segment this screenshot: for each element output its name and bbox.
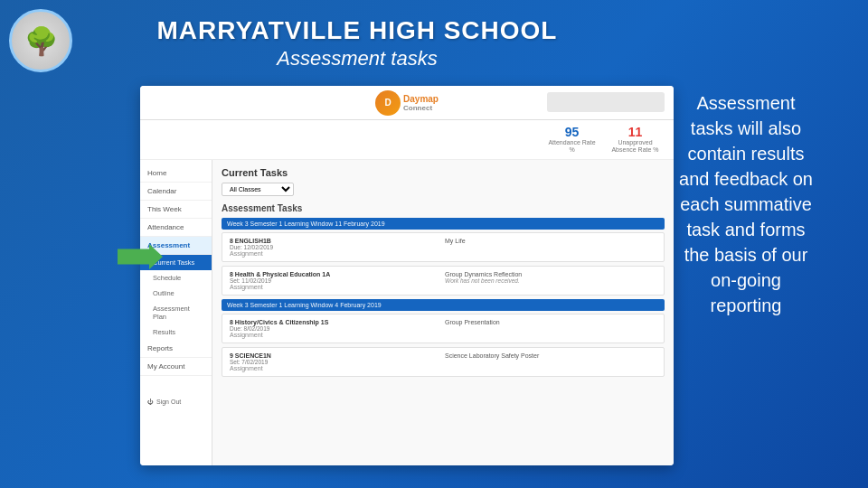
right-text-line8: on-going <box>711 270 781 290</box>
stat-attendance-label: Attendance Rate % <box>547 139 597 155</box>
sidebar-item-assessmentplan[interactable]: Assessment Plan <box>140 301 212 324</box>
logo-tree-icon: 🌳 <box>24 25 58 57</box>
stats-row: 95 Attendance Rate % 11 Unapproved Absen… <box>140 120 674 160</box>
task-feedback-2: Work has not been received. <box>445 277 656 284</box>
task-subject-1: 8 ENGLISH1B <box>230 238 441 244</box>
task-name-area-4: Science Laboratory Safety Poster <box>445 352 656 371</box>
right-text-line5: each summative <box>680 194 812 214</box>
sidebar-item-schedule[interactable]: Schedule <box>140 270 212 286</box>
right-text-line2: tasks will also <box>691 118 801 138</box>
task-name-3: Group Presentation <box>445 319 656 325</box>
daymap-logo-text: Daymap Connect <box>403 94 439 112</box>
screenshot-panel: D Daymap Connect 95 Attendance Rate % 11… <box>140 86 674 465</box>
header-title-area: MARRYATVILLE HIGH SCHOOL Assessment task… <box>90 16 624 70</box>
stat-attendance-value: 95 <box>547 125 597 139</box>
task-assignment-label-4: 9 SCIENCE1N Set: 7/02/2019 Assignment <box>230 352 441 371</box>
sidebar-item-thisweek[interactable]: This Week <box>140 201 212 219</box>
stat-attendance: 95 Attendance Rate % <box>547 125 597 155</box>
sidebar-item-attendance[interactable]: Attendance <box>140 219 212 237</box>
right-text-line4: and feedback on <box>679 169 813 189</box>
task-window-bar-1: Week 3 Semester 1 Learning Window 11 Feb… <box>222 218 665 230</box>
right-text-line1: Assessment <box>697 93 796 113</box>
task-assignment-type-4: Assignment <box>230 365 441 371</box>
task-name-2: Group Dynamics Reflection <box>445 271 656 277</box>
task-due-1: Due: 12/02/2019 <box>230 244 441 250</box>
right-text-line9: reporting <box>711 296 782 315</box>
right-panel-text: Assessment tasks will also contain resul… <box>642 90 850 318</box>
right-panel: Assessment tasks will also contain resul… <box>642 90 850 318</box>
task-due-3: Due: 8/02/2019 <box>230 325 441 332</box>
task-assignment-type-3: Assignment <box>230 332 441 338</box>
sidebar-item-reports[interactable]: Reports <box>140 340 212 358</box>
task-window-bar-2: Week 3 Semester 1 Learning Window 4 Febr… <box>222 299 665 311</box>
section-title: Assessment Tasks <box>222 203 665 213</box>
task-due-4: Set: 7/02/2019 <box>230 359 441 365</box>
task-assignment-label-1: 8 ENGLISH1B Due: 12/02/2019 Assignment <box>230 238 441 257</box>
sidebar-item-outline[interactable]: Outline <box>140 286 212 301</box>
task-due-2: Set: 11/02/2019 <box>230 277 441 284</box>
school-logo: 🌳 <box>9 9 72 72</box>
sign-out-button[interactable]: ⏻ Sign Out <box>140 394 212 409</box>
task-assignment-type-2: Assignment <box>230 284 441 290</box>
filter-row: All Classes <box>222 183 665 196</box>
sign-out-label: Sign Out <box>156 399 181 405</box>
sign-out-icon: ⏻ <box>147 399 154 405</box>
task-name-1: My Life <box>445 238 656 244</box>
right-text-line7: the basis of our <box>684 245 808 265</box>
task-assignment-label-3: 8 History/Civics & Citizenship 1S Due: 8… <box>230 319 441 338</box>
sidebar: Home Calendar This Week Attendance Asses… <box>140 160 212 465</box>
daymap-header: D Daymap Connect <box>140 86 674 120</box>
table-row: 9 SCIENCE1N Set: 7/02/2019 Assignment Sc… <box>222 347 665 377</box>
task-name-area-1: My Life <box>445 238 656 257</box>
content-title: Current Tasks <box>222 167 665 178</box>
sidebar-item-myaccount[interactable]: My Account <box>140 358 212 376</box>
right-text-line3: contain results <box>688 144 805 164</box>
task-subject-2: 8 Health & Physical Education 1A <box>230 271 441 277</box>
task-subject-4: 9 SCIENCE1N <box>230 352 441 359</box>
task-assignment-label-2: 8 Health & Physical Education 1A Set: 11… <box>230 271 441 290</box>
sidebar-item-results[interactable]: Results <box>140 324 212 340</box>
sidebar-item-calendar[interactable]: Calendar <box>140 183 212 201</box>
content-area: Current Tasks All Classes Assessment Tas… <box>212 160 674 465</box>
main-content: Home Calendar This Week Attendance Asses… <box>140 160 674 465</box>
task-assignment-type-1: Assignment <box>230 250 441 257</box>
right-text-line6: task and forms <box>686 220 805 239</box>
table-row: 8 ENGLISH1B Due: 12/02/2019 Assignment M… <box>222 232 665 262</box>
daymap-logo: D Daymap Connect <box>375 90 439 116</box>
task-name-area-3: Group Presentation <box>445 319 656 338</box>
table-row: 8 Health & Physical Education 1A Set: 11… <box>222 266 665 296</box>
school-name: MARRYATVILLE HIGH SCHOOL <box>90 16 624 45</box>
task-subject-3: 8 History/Civics & Citizenship 1S <box>230 319 441 325</box>
task-name-4: Science Laboratory Safety Poster <box>445 352 656 359</box>
task-name-area-2: Group Dynamics Reflection Work has not b… <box>445 271 656 290</box>
daymap-logo-icon: D <box>375 90 401 116</box>
table-row: 8 History/Civics & Citizenship 1S Due: 8… <box>222 314 665 343</box>
class-filter[interactable]: All Classes <box>222 183 294 196</box>
page-subtitle: Assessment tasks <box>90 47 624 70</box>
sidebar-item-home[interactable]: Home <box>140 164 212 183</box>
